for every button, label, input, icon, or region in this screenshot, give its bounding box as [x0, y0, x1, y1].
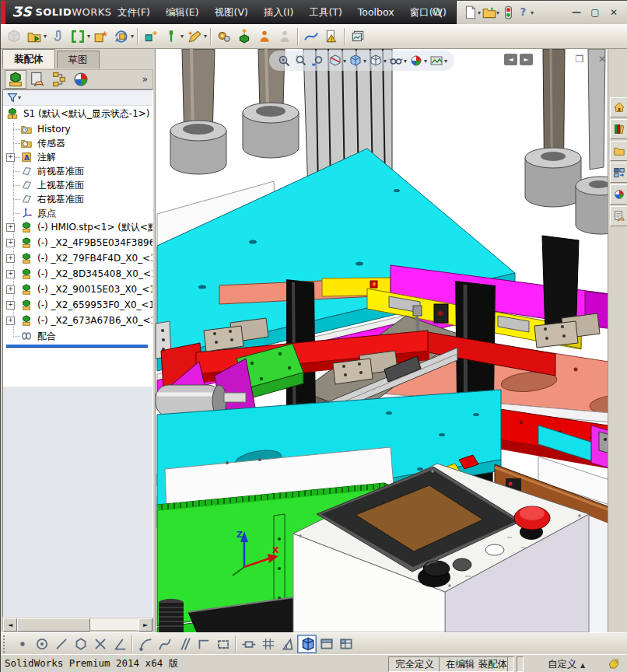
edit-appearance-button[interactable] [408, 52, 425, 69]
take-snapshot-button[interactable] [348, 26, 368, 47]
apply-scene-button[interactable] [428, 52, 445, 69]
scroll-right-arrow[interactable]: ► [138, 618, 152, 632]
move-component-button[interactable] [141, 26, 161, 47]
sketch-circle-button[interactable] [32, 635, 51, 653]
corner-rectangle-button[interactable] [194, 635, 213, 653]
tree-item--_X2_79FB4F4D_X0_-1-[interactable]: +(-) _X2_79FB4F4D_X0_<1> ( [3, 251, 152, 265]
edit-appearance-dropdown-icon[interactable]: ▾ [424, 58, 427, 65]
scroll-left-arrow[interactable]: ◄ [3, 618, 17, 632]
sketch-point-button[interactable] [12, 635, 32, 653]
hide-show-items-dropdown-icon[interactable]: ▾ [404, 58, 407, 65]
view-orientation-button[interactable] [347, 52, 364, 69]
display-style-button[interactable] [367, 52, 384, 69]
edit-part-button[interactable] [4, 26, 24, 47]
interference-detection-button[interactable]: ! [321, 26, 342, 47]
child-restore-button[interactable]: ❐ [571, 52, 588, 66]
status-tag-icon[interactable] [608, 658, 620, 670]
parallel-relation-button[interactable] [174, 635, 194, 653]
maximize-button[interactable]: ▢ [586, 5, 604, 20]
component-pattern-button[interactable]: ★ [91, 26, 111, 47]
assembly-motion-button[interactable] [254, 26, 275, 47]
tree-item-右视基准面[interactable]: 右视基准面 [3, 192, 152, 206]
menu-文件F[interactable]: 文件(F) [110, 1, 158, 24]
design-library-tab[interactable] [610, 119, 627, 139]
curve-tool-button[interactable] [301, 26, 321, 47]
tree-expand-box[interactable]: + [6, 223, 15, 232]
close-button[interactable]: ✕ [604, 5, 623, 20]
section-view-button[interactable] [327, 52, 344, 69]
fm-overflow-chevron[interactable]: » [142, 74, 148, 85]
hide-show-items-button[interactable] [387, 52, 405, 69]
rollback-bar[interactable] [6, 345, 148, 348]
tree-expand-box[interactable]: + [6, 153, 15, 162]
appearances-scenes-tab[interactable] [610, 184, 627, 205]
sketch-chamfer-button[interactable] [110, 635, 129, 653]
trim-entities-button[interactable] [90, 635, 110, 653]
view-palette-tab[interactable] [610, 163, 627, 183]
tree-item-传感器[interactable]: 传感器 [3, 136, 152, 150]
selection-box-button[interactable] [213, 635, 233, 653]
angle-dimension-button[interactable] [278, 635, 297, 653]
status-custom-arrow-icon[interactable]: ▲ [580, 662, 585, 669]
tree-item-S1-默认-默认_显示状态-1-[interactable]: S1 (默认<默认_显示状态-1>) [3, 107, 152, 121]
tree-item-原点[interactable]: 原点 [3, 206, 152, 220]
help-button[interactable]: ? [516, 5, 531, 20]
status-custom-label[interactable]: 自定义 [541, 657, 583, 671]
insert-component-button[interactable] [24, 26, 44, 47]
previous-view-button[interactable] [310, 52, 327, 69]
sketch-spline-button[interactable] [155, 635, 174, 653]
menu-视图V[interactable]: 视图(V) [207, 1, 256, 24]
tree-item-History[interactable]: History [3, 122, 152, 136]
tree-item--_X2_8D345408_X0_-1-[interactable]: +(-) _X2_8D345408_X0_<1> ( [3, 267, 152, 281]
menu-Toolbox[interactable]: Toolbox [350, 1, 402, 24]
new-document-dropdown-icon[interactable]: ▾ [478, 9, 481, 16]
smart-fasteners-dropdown-icon[interactable]: ▾ [180, 33, 184, 40]
tree-expand-box[interactable]: + [6, 317, 15, 325]
gear-mates-button[interactable] [214, 26, 234, 47]
filter-funnel-icon[interactable] [6, 92, 19, 104]
sketch-line-button[interactable] [51, 635, 71, 653]
scroll-thumb[interactable] [17, 618, 90, 632]
filter-dropdown-icon[interactable]: ▾ [18, 94, 21, 101]
new-sketch-dropdown-icon[interactable]: ▾ [204, 33, 207, 40]
zoom-area-button[interactable] [292, 52, 310, 69]
exploded-view-button[interactable] [234, 26, 254, 47]
previous-window-button[interactable]: ◄ [504, 54, 517, 65]
attachment-button[interactable] [47, 26, 68, 47]
file-explorer-tab[interactable] [610, 141, 627, 161]
tree-item--_X2_673A67B6_X0_-1-[interactable]: +(-) _X2_673A67B6_X0_<1> ( [3, 313, 152, 327]
apply-scene-dropdown-icon[interactable]: ▾ [444, 58, 447, 65]
new-sketch-button[interactable]: ✦ [184, 26, 205, 47]
view-orientation-dropdown-icon[interactable]: ▾ [363, 58, 366, 65]
menu-pin-icon[interactable] [430, 5, 444, 19]
tree-item-注解[interactable]: +A注解 [3, 150, 152, 164]
propertymanager-tab[interactable] [26, 70, 48, 89]
rotate-component-button[interactable] [111, 26, 131, 47]
section-view-dropdown-icon[interactable]: ▾ [343, 58, 346, 65]
menu-编辑E[interactable]: 编辑(E) [158, 1, 207, 24]
insert-component-dropdown-icon[interactable]: ▾ [44, 33, 47, 40]
sketch-polygon-button[interactable] [71, 635, 90, 653]
help-dropdown-icon[interactable]: ▾ [531, 9, 534, 16]
tree-item-配合[interactable]: 配合 [3, 329, 152, 343]
tree-expand-box[interactable]: + [6, 239, 15, 247]
design-table-button[interactable] [336, 635, 356, 653]
tree-item-前视基准面[interactable]: 前视基准面 [3, 164, 152, 178]
tree-item-上视基准面[interactable]: 上视基准面 [3, 178, 152, 192]
stretch-entities-button[interactable] [239, 635, 258, 653]
custom-properties-tab[interactable] [610, 206, 627, 226]
toolbar-drag-handle[interactable] [3, 635, 9, 653]
smart-fasteners-button[interactable] [161, 26, 181, 47]
shaded-view-cube-button[interactable] [297, 635, 317, 653]
minimize-button[interactable]: — [567, 5, 586, 20]
displaymanager-tab[interactable] [70, 70, 92, 89]
single-view-button[interactable] [317, 635, 336, 653]
next-window-button[interactable]: ► [520, 54, 533, 65]
tree-item--_X2_4F9B5E034F38964D_[interactable]: +(-) _X2_4F9B5E034F38964D_ [3, 236, 152, 250]
tree-expand-box[interactable]: + [6, 254, 15, 263]
featuremanager-tree-tab[interactable] [5, 70, 26, 89]
tree-item--_X2_659953F0_X0_-1-[interactable]: +(-) _X2_659953F0_X0_<1> ( [3, 298, 152, 312]
tree-expand-box[interactable]: + [6, 301, 15, 310]
menu-窗口W[interactable]: 窗口(W) [402, 1, 454, 24]
grid-snap-button[interactable] [258, 635, 278, 653]
